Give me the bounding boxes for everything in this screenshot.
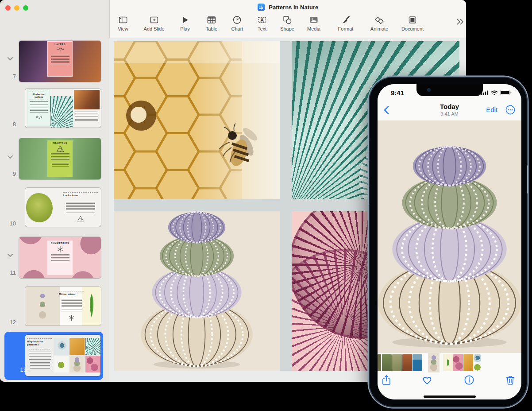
add-slide-button[interactable]: Add Slide bbox=[143, 15, 164, 31]
delete-button[interactable] bbox=[505, 374, 516, 386]
disclosure-chevron-icon[interactable] bbox=[7, 57, 13, 61]
asterisk-star-icon bbox=[57, 246, 63, 252]
keynote-app-icon bbox=[258, 4, 265, 11]
volume-up-button bbox=[368, 162, 369, 179]
slide-number: 10 bbox=[0, 220, 16, 227]
home-indicator[interactable] bbox=[424, 395, 476, 398]
table-button[interactable]: Table bbox=[206, 15, 217, 31]
slide-thumbnail-7[interactable]: LAYERS bbox=[19, 41, 101, 82]
animate-button[interactable]: Animate bbox=[370, 15, 388, 31]
romanesco-photo-mini bbox=[54, 356, 69, 372]
info-button[interactable] bbox=[463, 374, 475, 386]
slide-number: 11 bbox=[0, 269, 16, 276]
play-button[interactable]: Play bbox=[180, 15, 190, 31]
iphone: 9:41 Today 9:41 AM Edit bbox=[369, 77, 528, 407]
front-camera bbox=[427, 88, 431, 92]
card-body-text bbox=[62, 299, 82, 311]
chart-button[interactable]: Chart bbox=[231, 15, 243, 31]
shape-button[interactable]: Shape bbox=[280, 15, 294, 31]
selected-slide-highlight: Why look for patterns? 13 bbox=[4, 332, 103, 380]
fractals-card: FRACTALS bbox=[47, 140, 73, 177]
photo-thumbnail[interactable] bbox=[392, 354, 402, 371]
urchin-photo-mini bbox=[69, 356, 85, 372]
view-panel-icon bbox=[118, 15, 128, 25]
caption-text bbox=[75, 112, 98, 121]
silence-switch bbox=[368, 141, 369, 151]
gills-photo-mini bbox=[50, 96, 73, 128]
symmetries-card: SYMMETRIES bbox=[47, 240, 73, 275]
photo-thumbnail[interactable] bbox=[412, 354, 422, 371]
table-grid-icon bbox=[207, 15, 216, 25]
share-button[interactable] bbox=[381, 374, 392, 386]
slide-thumbnail-11[interactable]: SYMMETRIES bbox=[19, 237, 101, 278]
slide-thumbnail-13[interactable]: Why look for patterns? bbox=[25, 335, 100, 376]
photo-view-urchin-stack[interactable] bbox=[378, 120, 521, 353]
photo-thumbnail-selected[interactable] bbox=[428, 353, 439, 372]
sierpinski-triangle-icon bbox=[77, 216, 84, 221]
photo-urchin-stack[interactable] bbox=[114, 211, 280, 371]
nav-subtitle: 9:41 AM bbox=[378, 111, 521, 116]
slide-number: 9 bbox=[0, 171, 16, 177]
shell-photo-mini bbox=[54, 338, 69, 355]
photo-thumbnail[interactable] bbox=[474, 354, 481, 362]
edit-button[interactable]: Edit bbox=[486, 106, 497, 113]
slide-13-title: Why look for patterns? bbox=[27, 338, 52, 346]
view-button[interactable]: View bbox=[118, 15, 128, 31]
more-button[interactable] bbox=[505, 105, 515, 115]
card-body-text bbox=[30, 101, 48, 113]
slide-thumbnail-9[interactable]: FRACTALS bbox=[19, 138, 101, 179]
image-icon bbox=[309, 15, 319, 25]
photo-thumbnail[interactable] bbox=[463, 354, 473, 371]
notch bbox=[416, 84, 483, 96]
card-quote-text bbox=[30, 362, 50, 369]
nav-title: Today bbox=[378, 103, 521, 110]
squiggle-icon bbox=[56, 47, 65, 51]
slide-thumbnail-12[interactable]: Mirror, mirror bbox=[25, 287, 101, 326]
text-button[interactable]: A Text bbox=[257, 15, 267, 31]
photo-thumbnail[interactable] bbox=[453, 354, 463, 371]
slide-thumbnail-8[interactable]: Under the surface bbox=[25, 89, 101, 128]
minimize-button[interactable] bbox=[14, 5, 19, 11]
media-button[interactable]: Media bbox=[307, 15, 320, 31]
slide-thumbnail-10[interactable]: Look closer bbox=[25, 188, 101, 227]
svg-text:A: A bbox=[260, 18, 263, 23]
photo-thumbnail[interactable] bbox=[378, 354, 381, 371]
favorite-button[interactable] bbox=[421, 374, 433, 386]
shapes-icon bbox=[282, 15, 292, 25]
close-button[interactable] bbox=[5, 5, 11, 11]
honeycomb-photo-mini bbox=[69, 338, 85, 355]
document-icon bbox=[408, 15, 417, 25]
power-button bbox=[527, 165, 528, 194]
document-button[interactable]: Document bbox=[401, 15, 424, 31]
photo-thumbnail[interactable] bbox=[402, 354, 412, 371]
slide-number: 8 bbox=[0, 121, 16, 128]
format-button[interactable]: Format bbox=[338, 15, 354, 31]
card-body-text bbox=[51, 254, 69, 262]
window-title-bar: Patterns in Nature bbox=[110, 4, 466, 11]
card-body-text bbox=[29, 352, 51, 361]
card-body-text bbox=[51, 55, 69, 66]
slide-number: 12 bbox=[0, 319, 16, 326]
battery-icon bbox=[500, 90, 512, 95]
photo-honeycomb-bee[interactable] bbox=[114, 41, 280, 199]
disclosure-chevron-icon[interactable] bbox=[7, 155, 13, 159]
slide-8-title: Under the surface bbox=[29, 92, 48, 99]
gills-photo-mini bbox=[85, 338, 100, 355]
play-icon bbox=[180, 15, 190, 25]
wifi-icon bbox=[491, 90, 498, 95]
photo-thumbnail[interactable] bbox=[443, 354, 453, 371]
photos-nav-bar: Today 9:41 AM Edit bbox=[378, 100, 521, 121]
plus-box-icon bbox=[149, 15, 159, 25]
toolbar-overflow-button[interactable] bbox=[455, 17, 464, 27]
photo-thumbnail[interactable] bbox=[382, 354, 392, 371]
zoom-button[interactable] bbox=[23, 5, 28, 11]
slide-12-title: Mirror, mirror bbox=[59, 291, 84, 296]
photo-thumbnail[interactable] bbox=[474, 363, 481, 371]
slide-number: 13 bbox=[4, 366, 27, 373]
diamonds-icon bbox=[374, 15, 384, 25]
sierpinski-triangle-icon bbox=[57, 146, 64, 152]
disclosure-chevron-icon[interactable] bbox=[7, 253, 13, 257]
canyon-photo-mini bbox=[74, 90, 100, 109]
slide-11-title: SYMMETRIES bbox=[47, 242, 73, 244]
romanesco-photo-mini bbox=[26, 193, 53, 222]
